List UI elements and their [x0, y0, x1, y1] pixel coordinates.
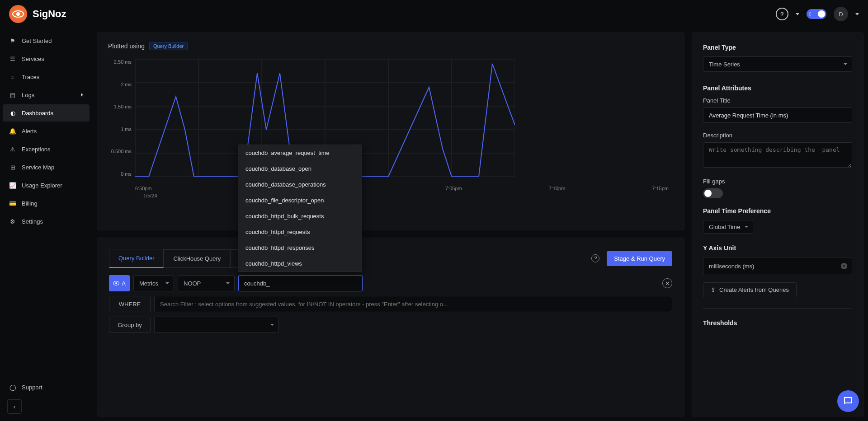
divider	[703, 308, 852, 309]
dropdown-option[interactable]: couchdb_average_request_time	[238, 145, 362, 161]
sidebar-item-label: Billing	[22, 200, 38, 207]
sidebar-item-label: Exceptions	[22, 146, 51, 153]
description-textarea[interactable]	[703, 142, 852, 168]
aggregation-select[interactable]: NOOP	[178, 275, 235, 291]
list-icon: ≡	[9, 73, 16, 80]
logo-icon	[9, 5, 27, 23]
fill-gaps-label: Fill gaps	[703, 178, 852, 185]
dropdown-option[interactable]: couchdb_file_descriptor_open	[238, 192, 362, 208]
dropdown-option[interactable]: couchdb_database_operations	[238, 177, 362, 192]
x-axis-date: 1/5/24	[143, 193, 157, 198]
sidebar-item-label: Traces	[22, 74, 39, 80]
sidebar-item-usage-explorer[interactable]: 📈 Usage Explorer	[3, 177, 90, 194]
dropdown-option[interactable]: couchdb_httpd_responses	[238, 240, 362, 256]
eye-icon	[113, 281, 119, 285]
panel-settings: Panel Type Time Series Panel Attributes …	[692, 33, 863, 416]
y-axis: 2.50 ms 2 ms 1.50 ms 1 ms 0.500 ms 0 ms	[108, 59, 132, 177]
help-icon[interactable]: ?	[591, 254, 599, 262]
time-preference-select[interactable]: Global Time	[703, 220, 753, 234]
rocket-icon: ⚑	[9, 37, 16, 44]
sidebar-item-support[interactable]: ◯ Support	[3, 379, 90, 396]
bell-icon: 🔔	[9, 127, 16, 135]
support-icon: ◯	[9, 384, 16, 391]
sidebar-item-label: Logs	[22, 92, 34, 98]
description-label: Description	[703, 132, 852, 139]
sidebar-item-label: Usage Explorer	[22, 182, 62, 189]
chat-icon	[843, 396, 854, 407]
chat-widget-button[interactable]	[837, 390, 859, 412]
panel-type-select[interactable]: Time Series	[703, 56, 852, 72]
gauge-icon: ◐	[9, 109, 16, 117]
source-select[interactable]: Metrics	[133, 275, 174, 291]
query-panel: Query Builder ClickHouse Query PromQL ? …	[97, 238, 684, 416]
clear-query-button[interactable]: ✕	[662, 278, 672, 288]
chevron-right-icon	[81, 93, 83, 97]
time-pref-heading: Panel Time Preference	[703, 207, 852, 215]
logs-icon: ▤	[9, 91, 16, 98]
y-axis-unit-select[interactable]: milliseconds (ms) ✕	[703, 257, 852, 275]
chevron-down-icon[interactable]	[855, 13, 859, 15]
plotted-using-label: Plotted using	[108, 42, 145, 50]
sidebar-item-label: Settings	[22, 218, 43, 225]
chart-area: 2.50 ms 2 ms 1.50 ms 1 ms 0.500 ms 0 ms	[108, 59, 673, 204]
sidebar-item-label: Services	[22, 56, 44, 62]
run-query-button[interactable]: Stage & Run Query	[607, 251, 672, 266]
query-visibility-toggle[interactable]: A	[109, 275, 130, 291]
bug-icon: ⚠	[9, 145, 16, 153]
dropdown-option[interactable]: couchdb_httpd_views	[238, 256, 362, 271]
help-icon[interactable]: ?	[776, 8, 788, 20]
sidebar-item-label: Support	[22, 384, 42, 391]
bars-icon: ☰	[9, 55, 16, 62]
collapse-sidebar-button[interactable]: ‹	[7, 399, 22, 414]
header: SigNoz ? ☾ D	[0, 0, 868, 28]
panel-title-input[interactable]	[703, 108, 852, 123]
group-by-label: Group by	[109, 317, 151, 333]
tab-query-builder[interactable]: Query Builder	[109, 249, 164, 268]
moon-icon: ☾	[808, 11, 813, 17]
sidebar: ⚑ Get Started ☰ Services ≡ Traces ▤ Logs…	[0, 28, 92, 421]
thresholds-heading: Thresholds	[703, 319, 852, 327]
sidebar-item-settings[interactable]: ⚙ Settings	[3, 213, 90, 230]
filter-input[interactable]	[154, 296, 672, 312]
sidebar-item-dashboards[interactable]: ◐ Dashboards	[3, 104, 90, 122]
sidebar-item-label: Get Started	[22, 37, 52, 44]
plotted-badge: Query Builder	[149, 42, 188, 50]
metric-dropdown: couchdb_average_request_time couchdb_dat…	[238, 145, 362, 272]
panel-type-heading: Panel Type	[703, 44, 852, 51]
sidebar-item-logs[interactable]: ▤ Logs	[3, 86, 90, 103]
chart-panel: Plotted using Query Builder 2.50 ms 2 ms…	[97, 33, 684, 230]
sidebar-item-services[interactable]: ☰ Services	[3, 50, 90, 67]
avatar[interactable]: D	[834, 7, 848, 21]
chevron-left-icon: ‹	[14, 403, 15, 410]
sidebar-item-label: Alerts	[22, 128, 37, 135]
metric-input[interactable]	[238, 275, 363, 291]
tab-clickhouse[interactable]: ClickHouse Query	[164, 249, 230, 268]
map-icon: ⊞	[9, 164, 16, 171]
dropdown-option[interactable]: couchdb_database_open	[238, 161, 362, 177]
gear-icon: ⚙	[9, 218, 16, 225]
brand-name: SigNoz	[33, 8, 66, 20]
chevron-down-icon[interactable]	[796, 13, 799, 15]
panel-title-label: Panel Title	[703, 97, 852, 104]
theme-toggle[interactable]: ☾	[807, 9, 826, 19]
y-axis-heading: Y Axis Unit	[703, 244, 852, 252]
sidebar-item-get-started[interactable]: ⚑ Get Started	[3, 32, 90, 49]
sidebar-item-traces[interactable]: ≡ Traces	[3, 68, 90, 85]
sidebar-item-label: Dashboards	[22, 110, 53, 117]
create-alerts-button[interactable]: ⇪ Create Alerts from Queries	[703, 282, 797, 297]
x-axis: 6:50pm 6:55pm 7:00pm 7:05pm 7:10pm 7:15p…	[135, 186, 669, 191]
sidebar-item-label: Service Map	[22, 164, 54, 171]
sidebar-item-alerts[interactable]: 🔔 Alerts	[3, 122, 90, 140]
fill-gaps-toggle[interactable]	[703, 188, 723, 198]
sidebar-item-exceptions[interactable]: ⚠ Exceptions	[3, 140, 90, 158]
where-label: WHERE	[109, 296, 151, 312]
dropdown-option[interactable]: couchdb_httpd_requests	[238, 224, 362, 240]
sidebar-item-billing[interactable]: 💳 Billing	[3, 195, 90, 212]
close-icon: ✕	[665, 280, 670, 287]
sidebar-item-service-map[interactable]: ⊞ Service Map	[3, 159, 90, 176]
dropdown-option[interactable]: couchdb_httpd_bulk_requests	[238, 208, 362, 224]
panel-attributes-heading: Panel Attributes	[703, 84, 852, 92]
group-by-select[interactable]	[154, 317, 279, 333]
clear-unit-button[interactable]: ✕	[841, 263, 847, 269]
card-icon: 💳	[9, 200, 16, 207]
